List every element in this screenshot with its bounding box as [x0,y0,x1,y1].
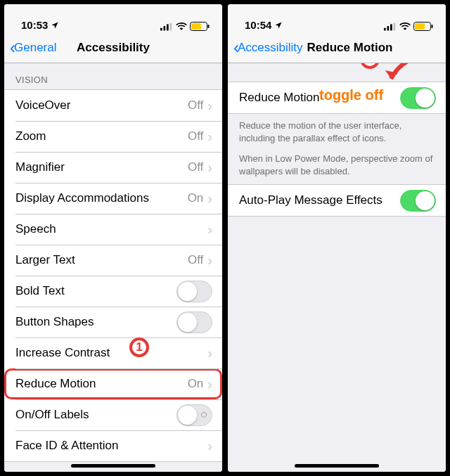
chevron-right-icon: › [207,346,212,360]
svg-rect-10 [394,22,396,30]
row-reduce-motion[interactable]: Reduce MotionOn› [4,368,222,399]
chevron-right-icon: › [207,253,212,267]
toggle-autoplay-effects[interactable] [400,190,436,212]
row-reduce-motion-toggle[interactable]: Reduce Motion [228,82,446,113]
nav-bar: ‹ Accessibility Reduce Motion [228,32,446,63]
svg-rect-6 [208,25,210,28]
cellular-icon [384,22,397,31]
reduce-motion-group: Reduce Motion [228,82,446,114]
svg-rect-13 [432,25,433,28]
back-button[interactable]: General [14,41,56,55]
location-icon [274,21,283,30]
home-indicator[interactable] [71,464,155,468]
screenshot-reduce-motion: 10:54 ‹ Accessibility Reduce Motion Redu… [226,3,447,473]
row-zoom[interactable]: ZoomOff› [4,121,222,152]
toggle-bold-text[interactable] [176,281,212,302]
row-button-shapes[interactable]: Button Shapes [4,307,222,337]
row-speech[interactable]: Speech› [4,214,222,245]
svg-rect-2 [167,24,169,30]
chevron-right-icon: › [207,98,212,112]
svg-rect-0 [160,27,162,30]
chevron-right-icon: › [207,377,212,391]
svg-rect-12 [415,23,425,30]
location-icon [51,21,59,30]
row-magnifier[interactable]: MagnifierOff› [4,152,222,183]
battery-icon [190,22,210,31]
row-faceid-attention[interactable]: Face ID & Attention› [4,430,222,461]
vision-group: VoiceOverOff› ZoomOff› MagnifierOff› Dis… [4,89,222,462]
svg-rect-5 [191,23,201,30]
cellular-icon [160,22,173,31]
battery-icon [413,22,433,31]
wifi-icon [399,22,411,31]
wifi-icon [176,22,187,31]
status-bar: 10:53 [4,4,222,32]
svg-rect-7 [384,27,386,30]
chevron-right-icon: › [207,439,212,453]
svg-rect-9 [390,24,392,30]
row-onoff-labels[interactable]: On/Off Labels [4,399,222,430]
row-display-accommodations[interactable]: Display AccommodationsOn› [4,183,222,214]
reduce-motion-content: Reduce Motion Reduce the motion of the u… [228,63,446,472]
svg-rect-1 [164,26,166,30]
row-autoplay-effects[interactable]: Auto-Play Message Effects [228,185,446,216]
settings-scroll[interactable]: VISION VoiceOverOff› ZoomOff› MagnifierO… [4,63,222,472]
chevron-right-icon: › [207,129,212,143]
row-larger-text[interactable]: Larger TextOff› [4,245,222,276]
toggle-button-shapes[interactable] [176,311,212,333]
status-bar: 10:54 [228,4,446,32]
row-increase-contrast[interactable]: Increase Contrast› [4,337,222,368]
reduce-motion-desc-2: When in Low Power Mode, perspective zoom… [228,151,446,184]
row-bold-text[interactable]: Bold Text [4,276,222,307]
svg-rect-3 [170,22,172,30]
toggle-onoff-labels[interactable] [176,404,212,426]
chevron-right-icon: › [207,191,212,205]
status-time: 10:53 [21,19,48,31]
nav-title: Reduce Motion [307,41,393,55]
chevron-right-icon: › [207,222,212,236]
screenshot-accessibility-settings: 10:53 ‹ General Accessibility VISION Voi… [3,3,224,473]
chevron-right-icon: › [207,160,212,174]
back-button[interactable]: Accessibility [238,41,303,55]
status-time: 10:54 [245,19,271,31]
svg-rect-8 [387,26,390,30]
autoplay-group: Auto-Play Message Effects [228,184,446,217]
toggle-reduce-motion[interactable] [400,87,436,109]
section-header-vision: VISION [4,63,222,89]
reduce-motion-desc-1: Reduce the motion of the user interface,… [228,114,446,151]
tutorial-side-by-side: 10:53 ‹ General Accessibility VISION Voi… [0,0,450,476]
row-voiceover[interactable]: VoiceOverOff› [4,90,222,121]
home-indicator[interactable] [295,464,379,468]
nav-bar: ‹ General Accessibility [4,32,222,63]
